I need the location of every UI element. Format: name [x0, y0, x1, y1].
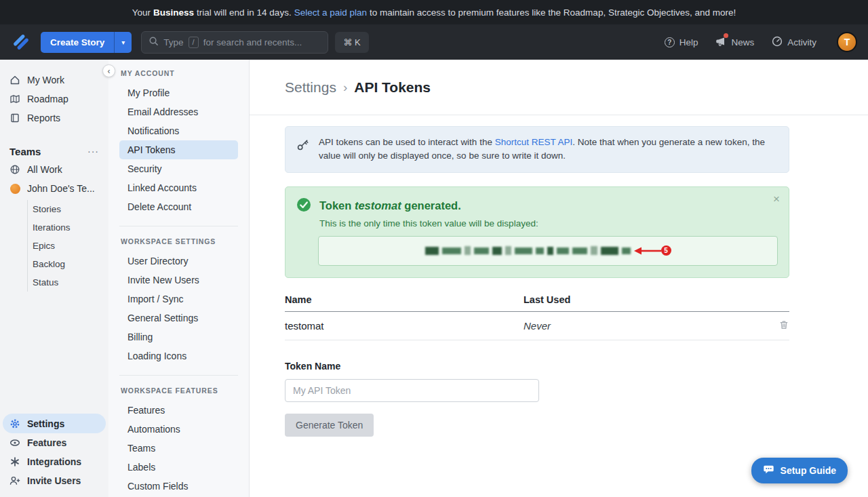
user-avatar[interactable]: T: [837, 32, 857, 52]
settings-nav-item-teams[interactable]: Teams: [119, 439, 238, 458]
sidebar-item-backlog[interactable]: Backlog: [33, 255, 108, 273]
sidebar-item-stories[interactable]: Stories: [33, 200, 108, 218]
sidebar-item-status[interactable]: Status: [33, 273, 108, 292]
sidebar: ‹ My Work Roadmap Reports Teams ···: [0, 60, 108, 497]
settings-nav-item-general-settings[interactable]: General Settings: [119, 309, 238, 327]
settings-nav-section-workspace-features: Workspace Features Features Automations …: [119, 375, 238, 496]
trash-icon: [778, 322, 789, 332]
token-last-used-cell: Never: [524, 320, 551, 332]
help-icon: ?: [665, 37, 675, 47]
settings-nav-item-features[interactable]: Features: [119, 401, 238, 420]
setup-guide-button[interactable]: Setup Guide: [751, 458, 848, 483]
settings-nav-section-my-account: My Account My Profile Email Addresses No…: [119, 69, 238, 216]
alert-title-pre: Token: [319, 199, 355, 212]
sidebar-item-all-work[interactable]: All Work: [0, 160, 108, 179]
settings-nav-item-labels[interactable]: Labels: [119, 458, 238, 477]
column-header-last-used: Last Used: [524, 294, 789, 305]
sidebar-item-team-john-does[interactable]: John Doe's Te...: [0, 179, 108, 198]
token-value-box: 5: [318, 236, 778, 266]
help-button[interactable]: ? Help: [665, 37, 698, 47]
sidebar-collapse-button[interactable]: ‹: [102, 64, 115, 77]
alert-token-name: testomat: [355, 199, 401, 212]
search-icon: [149, 36, 159, 48]
banner-text: to maintain access to premium features l…: [370, 7, 736, 18]
sidebar-item-label: Settings: [27, 418, 64, 429]
select-paid-plan-link[interactable]: Select a paid plan: [294, 7, 367, 18]
settings-nav-item-delete-account[interactable]: Delete Account: [119, 197, 238, 216]
settings-nav-item-api-tokens[interactable]: API Tokens: [119, 140, 238, 159]
info-text: API tokens can be used to interact with …: [319, 136, 778, 163]
create-story-dropdown-button[interactable]: ▾: [114, 32, 132, 53]
help-label: Help: [679, 37, 698, 47]
settings-nav-item-automations[interactable]: Automations: [119, 420, 238, 439]
settings-nav-section-workspace-settings: Workspace Settings User Directory Invite…: [119, 226, 238, 365]
sidebar-item-integrations[interactable]: Integrations: [0, 452, 108, 471]
info-text-pre: API tokens can be used to interact with …: [319, 137, 495, 147]
news-notification-dot: [724, 33, 728, 38]
token-name-input[interactable]: [285, 379, 539, 402]
setup-guide-label: Setup Guide: [781, 465, 836, 476]
key-icon: [296, 138, 309, 155]
teams-header-label: Teams: [9, 146, 41, 157]
create-story-button[interactable]: Create Story: [41, 32, 114, 53]
settings-nav-item-linked-accounts[interactable]: Linked Accounts: [119, 178, 238, 197]
sidebar-item-features[interactable]: Features: [0, 433, 108, 452]
alert-subtitle: This is the only time this token value w…: [319, 218, 778, 228]
alert-title: Token testomat generated.: [319, 199, 461, 212]
sidebar-item-label: All Work: [27, 164, 62, 175]
app-header: Create Story ▾ Type / for search and rec…: [0, 24, 868, 60]
settings-nav-item-user-directory[interactable]: User Directory: [119, 252, 238, 271]
section-title: Workspace Settings: [121, 237, 238, 245]
settings-nav-item-my-profile[interactable]: My Profile: [119, 83, 238, 102]
banner-text: trial will end in 14 days.: [197, 7, 292, 18]
sidebar-item-my-work[interactable]: My Work: [0, 71, 108, 90]
token-name-cell: testomat: [285, 320, 524, 332]
main-content: Settings › API Tokens API tokens can be …: [250, 60, 868, 497]
rest-api-link[interactable]: Shortcut REST API: [495, 137, 573, 147]
sidebar-item-iterations[interactable]: Iterations: [33, 218, 108, 237]
settings-nav-item-invite-new-users[interactable]: Invite New Users: [119, 271, 238, 290]
settings-nav-item-billing[interactable]: Billing: [119, 327, 238, 346]
settings-nav-item-notifications[interactable]: Notifications: [119, 121, 238, 140]
sidebar-item-label: Reports: [27, 113, 60, 123]
section-title: My Account: [121, 69, 238, 77]
banner-text: Your: [132, 7, 151, 18]
teams-menu-button[interactable]: ···: [87, 146, 99, 157]
close-icon[interactable]: ×: [773, 193, 780, 205]
sidebar-item-roadmap[interactable]: Roadmap: [0, 90, 108, 108]
sidebar-item-settings[interactable]: Settings: [3, 414, 106, 433]
sidebar-item-label: Integrations: [27, 456, 81, 467]
page-title: API Tokens: [354, 79, 431, 96]
breadcrumb-settings-link[interactable]: Settings: [285, 79, 336, 96]
alert-header: Token testomat generated.: [296, 197, 778, 215]
global-search-input[interactable]: Type / for search and recents...: [141, 31, 328, 54]
settings-nav-item-email-addresses[interactable]: Email Addresses: [119, 102, 238, 121]
generate-token-button[interactable]: Generate Token: [285, 414, 374, 437]
sidebar-bottom-group: Settings Features Integrations Invite Us…: [0, 414, 108, 490]
settings-nav-item-custom-fields[interactable]: Custom Fields: [119, 477, 238, 496]
invite-users-icon: [9, 475, 20, 486]
column-header-name: Name: [285, 294, 524, 305]
news-label: News: [731, 37, 754, 47]
chat-bubble-icon: [763, 464, 774, 477]
settings-nav-item-security[interactable]: Security: [119, 159, 238, 178]
sidebar-item-label: Roadmap: [27, 94, 68, 104]
table-row: testomat Never: [285, 312, 789, 340]
delete-token-button[interactable]: [778, 319, 789, 332]
news-button[interactable]: News: [715, 36, 754, 49]
gear-icon: [9, 418, 20, 429]
settings-nav-item-loading-icons[interactable]: Loading Icons: [119, 346, 238, 365]
trial-banner: Your Business trial will end in 14 days.…: [0, 0, 868, 24]
token-generated-alert: × Token testomat generated. This is the …: [285, 186, 789, 278]
check-circle-icon: [296, 197, 311, 215]
header-right-cluster: ? Help News Activity T: [665, 32, 857, 52]
team-avatar: [9, 183, 20, 194]
sidebar-item-invite-users[interactable]: Invite Users: [0, 471, 108, 490]
sidebar-item-label: Invite Users: [27, 475, 81, 486]
home-icon: [9, 75, 20, 85]
settings-nav-item-import-sync[interactable]: Import / Sync: [119, 290, 238, 309]
slash-keycap: /: [189, 37, 199, 48]
sidebar-item-epics[interactable]: Epics: [33, 237, 108, 255]
sidebar-item-reports[interactable]: Reports: [0, 108, 108, 127]
activity-button[interactable]: Activity: [772, 36, 816, 49]
